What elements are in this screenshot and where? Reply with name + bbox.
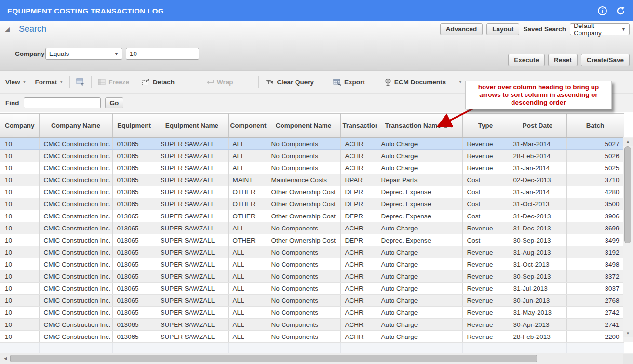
table-cell[interactable]: 5025: [566, 162, 624, 174]
table-row[interactable]: 10CMiC Construction Inc.013065SUPER SAWZ…: [0, 210, 624, 222]
table-cell[interactable]: 31-Oct-2013: [509, 198, 566, 210]
table-cell[interactable]: 31-Aug-2013: [509, 246, 566, 258]
table-cell[interactable]: 31-May-2013: [509, 307, 566, 319]
table-cell[interactable]: DEPR: [340, 186, 377, 198]
table-cell[interactable]: No Components: [267, 138, 340, 150]
table-cell[interactable]: CMiC Construction Inc.: [39, 331, 112, 343]
table-cell[interactable]: 013065: [112, 270, 156, 283]
table-cell[interactable]: 10: [0, 283, 39, 295]
table-cell[interactable]: SUPER SAWZALL: [156, 319, 228, 331]
table-cell[interactable]: 2768: [566, 295, 624, 307]
table-cell[interactable]: SUPER SAWZALL: [156, 295, 228, 307]
table-cell[interactable]: 3499: [566, 234, 624, 246]
table-row[interactable]: 10CMiC Construction Inc.013065SUPER SAWZ…: [0, 138, 624, 150]
find-input[interactable]: [24, 97, 101, 108]
table-cell[interactable]: RPAR: [340, 174, 377, 186]
table-cell[interactable]: Revenue: [462, 150, 509, 162]
table-row[interactable]: 10CMiC Construction Inc.013065SUPER SAWZ…: [0, 295, 624, 307]
table-row[interactable]: 10CMiC Construction Inc.013065SUPER SAWZ…: [0, 162, 624, 174]
table-cell[interactable]: No Components: [267, 295, 340, 307]
table-cell[interactable]: 013065: [112, 234, 156, 246]
table-cell[interactable]: Auto Charge: [377, 258, 462, 270]
company-value-input[interactable]: [126, 48, 199, 60]
table-cell[interactable]: 10: [0, 270, 39, 283]
table-cell[interactable]: 30-Apr-2013: [509, 319, 566, 331]
table-cell[interactable]: CMiC Construction Inc.: [39, 150, 112, 162]
table-cell[interactable]: OTHER: [228, 198, 267, 210]
table-cell[interactable]: 013065: [112, 319, 156, 331]
table-cell[interactable]: No Components: [267, 283, 340, 295]
saved-search-select[interactable]: Default Company ▼: [570, 23, 630, 35]
table-cell[interactable]: Deprec. Expense: [377, 198, 462, 210]
table-cell[interactable]: No Components: [267, 150, 340, 162]
table-cell[interactable]: Auto Charge: [377, 222, 462, 234]
table-cell[interactable]: ACHR: [340, 258, 377, 270]
table-cell[interactable]: No Components: [267, 222, 340, 234]
table-cell[interactable]: No Components: [267, 246, 340, 258]
table-row[interactable]: 10CMiC Construction Inc.013065SUPER SAWZ…: [0, 234, 624, 246]
table-cell[interactable]: ALL: [228, 283, 267, 295]
table-cell[interactable]: Other Ownership Cost: [267, 186, 340, 198]
table-cell[interactable]: 10: [0, 186, 39, 198]
table-cell[interactable]: CMiC Construction Inc.: [39, 222, 112, 234]
table-cell[interactable]: 3498: [566, 258, 624, 270]
table-cell[interactable]: Revenue: [462, 222, 509, 234]
column-header-transaction[interactable]: Transaction: [340, 114, 377, 138]
table-cell[interactable]: ACHR: [340, 307, 377, 319]
table-cell[interactable]: ALL: [228, 258, 267, 270]
table-row[interactable]: 10CMiC Construction Inc.013065SUPER SAWZ…: [0, 270, 624, 283]
company-operator-select[interactable]: Equals ▼: [45, 48, 122, 60]
format-menu[interactable]: Format▼: [35, 79, 63, 86]
table-cell[interactable]: 3192: [566, 246, 624, 258]
view-menu[interactable]: View▼: [5, 79, 26, 86]
table-cell[interactable]: No Components: [267, 331, 340, 343]
table-cell[interactable]: ALL: [228, 162, 267, 174]
table-cell[interactable]: Revenue: [462, 246, 509, 258]
create-save-button[interactable]: Create/Save: [581, 54, 630, 66]
table-cell[interactable]: Deprec. Expense: [377, 210, 462, 222]
table-cell[interactable]: ACHR: [340, 150, 377, 162]
table-cell[interactable]: 013065: [112, 222, 156, 234]
table-row[interactable]: 10CMiC Construction Inc.013065SUPER SAWZ…: [0, 198, 624, 210]
table-cell[interactable]: 10: [0, 258, 39, 270]
table-cell[interactable]: ACHR: [340, 319, 377, 331]
table-cell[interactable]: Deprec. Expense: [377, 234, 462, 246]
table-cell[interactable]: Auto Charge: [377, 138, 462, 150]
table-cell[interactable]: No Components: [267, 270, 340, 283]
table-row[interactable]: 10CMiC Construction Inc.013065SUPER SAWZ…: [0, 150, 624, 162]
table-cell[interactable]: SUPER SAWZALL: [156, 138, 228, 150]
table-cell[interactable]: Cost: [462, 186, 509, 198]
table-cell[interactable]: OTHER: [228, 210, 267, 222]
table-row[interactable]: 10CMiC Construction Inc.013065SUPER SAWZ…: [0, 246, 624, 258]
table-cell[interactable]: Auto Charge: [377, 270, 462, 283]
clear-query-button[interactable]: Clear Query: [265, 79, 314, 86]
table-cell[interactable]: ALL: [228, 295, 267, 307]
column-header-batch[interactable]: Batch: [566, 114, 624, 138]
table-cell[interactable]: 013065: [112, 258, 156, 270]
table-cell[interactable]: CMiC Construction Inc.: [39, 162, 112, 174]
table-cell[interactable]: Deprec. Expense: [377, 186, 462, 198]
table-cell[interactable]: 013065: [112, 174, 156, 186]
table-cell[interactable]: 31-Dec-2013: [509, 222, 566, 234]
table-cell[interactable]: ACHR: [340, 270, 377, 283]
table-cell[interactable]: 013065: [112, 295, 156, 307]
table-row[interactable]: 10CMiC Construction Inc.013065SUPER SAWZ…: [0, 174, 624, 186]
table-cell[interactable]: 3699: [566, 222, 624, 234]
table-cell[interactable]: 013065: [112, 283, 156, 295]
table-cell[interactable]: 10: [0, 198, 39, 210]
table-cell[interactable]: 013065: [112, 331, 156, 343]
detach-button[interactable]: Detach: [142, 79, 175, 86]
table-cell[interactable]: Other Ownership Cost: [267, 210, 340, 222]
table-cell[interactable]: 30-Sep-2013: [509, 234, 566, 246]
table-cell[interactable]: No Components: [267, 162, 340, 174]
column-header-component[interactable]: Component: [228, 114, 267, 138]
table-cell[interactable]: CMiC Construction Inc.: [39, 319, 112, 331]
table-cell[interactable]: 31-Oct-2013: [509, 258, 566, 270]
table-cell[interactable]: SUPER SAWZALL: [156, 150, 228, 162]
table-cell[interactable]: Auto Charge: [377, 283, 462, 295]
table-cell[interactable]: 013065: [112, 150, 156, 162]
table-cell[interactable]: 013065: [112, 246, 156, 258]
table-cell[interactable]: 02-Dec-2013: [509, 174, 566, 186]
table-row[interactable]: 10CMiC Construction Inc.013065SUPER SAWZ…: [0, 222, 624, 234]
table-cell[interactable]: ACHR: [340, 162, 377, 174]
